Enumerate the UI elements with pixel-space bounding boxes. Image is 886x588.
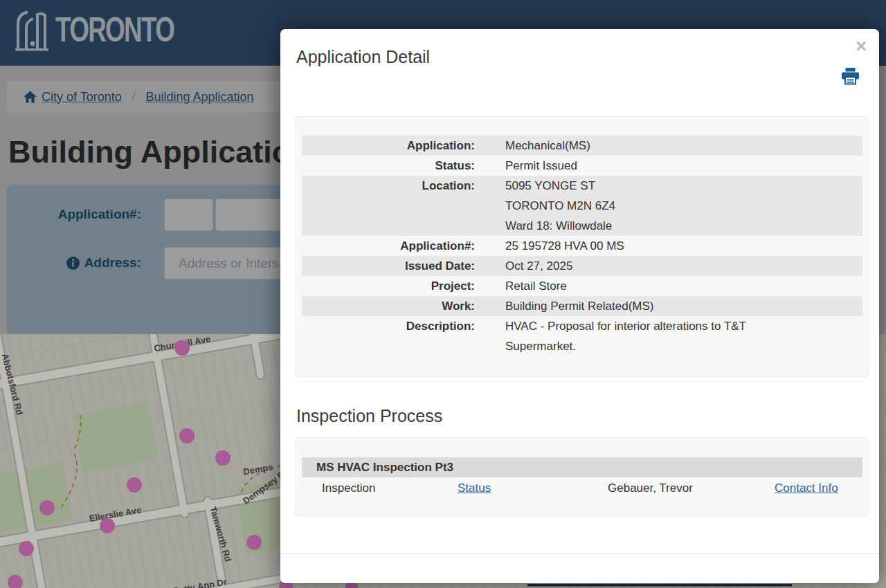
- detail-label: Location:: [302, 176, 475, 236]
- detail-value: Building Permit Related(MS): [505, 296, 653, 316]
- page-title: Building Application: [8, 134, 310, 170]
- breadcrumb-home-link[interactable]: City of Toronto: [42, 90, 122, 104]
- detail-value: Mechanical(MS): [505, 136, 590, 156]
- application-number-prefix-input[interactable]: [164, 199, 213, 231]
- detail-row: Project:Retail Store: [302, 276, 862, 296]
- page: TORONTO City of Toronto / Building Appli…: [0, 0, 886, 588]
- detail-label: Status:: [302, 156, 475, 176]
- application-detail-table: Application:Mechanical(MS)Status:Permit …: [295, 116, 869, 377]
- permit-marker[interactable]: [174, 340, 190, 356]
- detail-row: Application:Mechanical(MS): [302, 136, 862, 156]
- close-icon[interactable]: ×: [856, 37, 867, 56]
- detail-value: 25 195728 HVA 00 MS: [505, 236, 624, 256]
- contact-info-link[interactable]: Contact Info: [775, 481, 838, 495]
- detail-value: Oct 27, 2025: [505, 256, 572, 276]
- detail-label: Work:: [302, 296, 475, 316]
- application-number-label: Application#:: [7, 199, 141, 230]
- detail-label: Application:: [302, 136, 475, 156]
- detail-row: Location:5095 YONGE STTORONTO M2N 6Z4War…: [302, 176, 862, 236]
- inspection-group-header: MS HVAC Inspection Pt3: [302, 457, 862, 477]
- modal-title: Application Detail: [296, 47, 430, 67]
- application-detail-modal: Application Detail × Application:Mechani…: [280, 29, 879, 583]
- toronto-logo[interactable]: TORONTO: [10, 6, 190, 53]
- info-icon[interactable]: [66, 257, 80, 270]
- permit-marker[interactable]: [215, 450, 230, 466]
- detail-label: Application#:: [302, 236, 475, 256]
- inspector-name: Gebauer, Trevor: [608, 477, 775, 499]
- home-icon[interactable]: [24, 91, 37, 103]
- detail-value: Permit Issued: [505, 156, 577, 176]
- modal-footer-divider: [280, 553, 879, 554]
- permit-marker[interactable]: [100, 518, 115, 533]
- permit-marker[interactable]: [246, 535, 262, 550]
- permit-marker[interactable]: [19, 541, 34, 556]
- detail-value: HVAC - Proposal for interior alterations…: [505, 316, 803, 356]
- permit-marker[interactable]: [39, 500, 55, 515]
- detail-row: Description:HVAC - Proposal for interior…: [302, 316, 862, 356]
- inspection-row: InspectionStatusGebauer, TrevorContact I…: [302, 477, 862, 499]
- detail-label: Issued Date:: [302, 256, 475, 276]
- breadcrumb-separator: /: [132, 90, 136, 104]
- status-link[interactable]: Status: [458, 481, 491, 495]
- major-road-line: [527, 584, 792, 587]
- print-icon[interactable]: [841, 68, 860, 85]
- detail-row: Issued Date:Oct 27, 2025: [302, 256, 862, 276]
- breadcrumb-current-link[interactable]: Building Application: [145, 90, 253, 104]
- inspection-process-title: Inspection Process: [296, 406, 442, 426]
- detail-value: 5095 YONGE STTORONTO M2N 6Z4Ward 18: Wil…: [505, 176, 615, 236]
- inspection-panel: MS HVAC Inspection Pt3 InspectionStatusG…: [295, 437, 869, 516]
- permit-marker[interactable]: [179, 428, 195, 443]
- address-label: Address:: [7, 247, 141, 279]
- inspection-type: Inspection: [322, 477, 458, 499]
- detail-value: Retail Store: [505, 276, 567, 296]
- detail-row: Status:Permit Issued: [302, 156, 862, 176]
- city-hall-icon: [10, 6, 54, 53]
- detail-row: Work:Building Permit Related(MS): [302, 296, 862, 316]
- detail-row: Application#:25 195728 HVA 00 MS: [302, 236, 862, 256]
- detail-label: Project:: [302, 276, 475, 296]
- logo-wordmark: TORONTO: [55, 10, 174, 50]
- permit-marker[interactable]: [127, 477, 142, 493]
- detail-label: Description:: [302, 316, 475, 356]
